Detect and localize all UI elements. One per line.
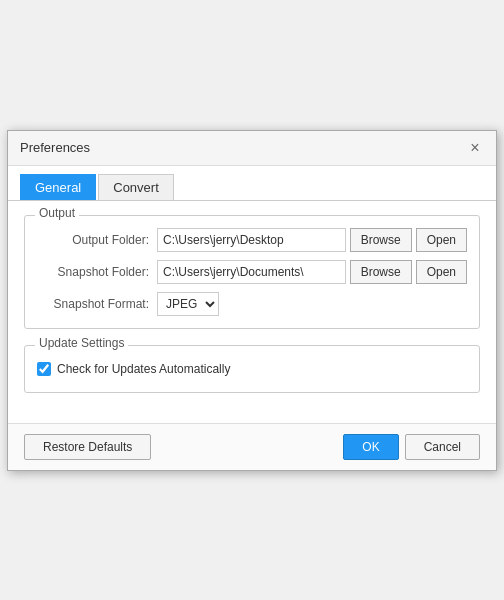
tab-bar: General Convert <box>8 166 496 201</box>
output-folder-browse-button[interactable]: Browse <box>350 228 412 252</box>
restore-defaults-button[interactable]: Restore Defaults <box>24 434 151 460</box>
check-updates-checkbox[interactable] <box>37 362 51 376</box>
snapshot-folder-open-button[interactable]: Open <box>416 260 467 284</box>
output-folder-label: Output Folder: <box>37 233 157 247</box>
output-section-legend: Output <box>35 206 79 220</box>
snapshot-format-row: Snapshot Format: JPEG PNG BMP <box>37 292 467 316</box>
preferences-dialog: Preferences × General Convert Output Out… <box>7 130 497 471</box>
snapshot-folder-browse-button[interactable]: Browse <box>350 260 412 284</box>
dialog-title: Preferences <box>20 140 90 155</box>
close-button[interactable]: × <box>466 139 484 157</box>
tab-convert[interactable]: Convert <box>98 174 174 200</box>
footer: Restore Defaults OK Cancel <box>8 423 496 470</box>
title-bar: Preferences × <box>8 131 496 166</box>
output-folder-open-button[interactable]: Open <box>416 228 467 252</box>
content-area: Output Output Folder: Browse Open Snapsh… <box>8 201 496 423</box>
snapshot-format-label: Snapshot Format: <box>37 297 157 311</box>
snapshot-folder-row: Snapshot Folder: Browse Open <box>37 260 467 284</box>
check-updates-row: Check for Updates Automatically <box>37 358 467 380</box>
output-folder-row: Output Folder: Browse Open <box>37 228 467 252</box>
snapshot-format-select[interactable]: JPEG PNG BMP <box>157 292 219 316</box>
footer-right-buttons: OK Cancel <box>343 434 480 460</box>
output-section: Output Output Folder: Browse Open Snapsh… <box>24 215 480 329</box>
ok-button[interactable]: OK <box>343 434 398 460</box>
output-folder-input[interactable] <box>157 228 346 252</box>
cancel-button[interactable]: Cancel <box>405 434 480 460</box>
check-updates-label[interactable]: Check for Updates Automatically <box>57 362 230 376</box>
update-settings-section: Update Settings Check for Updates Automa… <box>24 345 480 393</box>
snapshot-folder-input[interactable] <box>157 260 346 284</box>
tab-general[interactable]: General <box>20 174 96 200</box>
update-settings-legend: Update Settings <box>35 336 128 350</box>
snapshot-folder-label: Snapshot Folder: <box>37 265 157 279</box>
